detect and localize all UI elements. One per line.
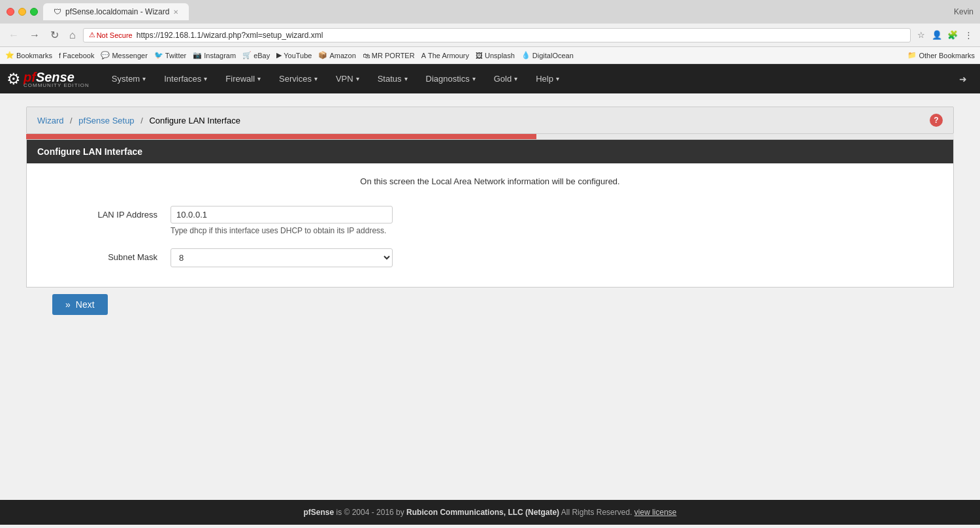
bookmark-label: MR PORTER [372, 52, 415, 59]
next-button[interactable]: » Next [52, 294, 108, 315]
nav-item-help[interactable]: Help ▾ [527, 66, 568, 91]
not-secure-label: Not Secure [97, 31, 133, 39]
home-button[interactable]: ⌂ [66, 28, 79, 42]
bookmark-messenger[interactable]: 💬 Messenger [101, 51, 147, 59]
ebay-icon: 🛒 [242, 51, 252, 59]
nav-item-system[interactable]: System ▾ [103, 66, 155, 91]
menu-icon[interactable]: ⋮ [962, 29, 975, 42]
browser-tab[interactable]: 🛡 pfSense.localdomain - Wizard ✕ [43, 3, 189, 20]
browser-toolbar: ← → ↻ ⌂ ⚠ Not Secure https://192.168.1.1… [0, 24, 980, 47]
maximize-button[interactable] [30, 8, 38, 16]
bookmark-label: Facebook [63, 52, 94, 59]
forward-button[interactable]: → [26, 28, 43, 42]
back-button[interactable]: ← [5, 28, 22, 42]
bookmark-unsplash[interactable]: 🖼 Unsplash [476, 52, 515, 59]
unsplash-icon: 🖼 [476, 52, 483, 59]
address-bar[interactable]: ⚠ Not Secure https://192.168.1.1/wizard.… [83, 28, 911, 42]
refresh-button[interactable]: ↻ [47, 27, 62, 42]
pfsense-logo: ⚙ pfSense COMMUNITY EDITION [7, 70, 90, 88]
nav-vpn-label: VPN [336, 74, 353, 84]
bookmark-label: Twitter [165, 52, 186, 59]
nav-firewall-label: Firewall [225, 74, 255, 84]
nav-item-interfaces[interactable]: Interfaces ▾ [155, 66, 216, 91]
nav-item-gold[interactable]: Gold ▾ [485, 66, 527, 91]
bookmark-digitalocean[interactable]: 💧 DigitalOcean [521, 51, 574, 59]
nav-shortcut-icon[interactable]: ➜ [953, 66, 973, 92]
nav-help-label: Help [536, 74, 553, 84]
facebook-icon: f [59, 52, 61, 59]
bookmark-instagram[interactable]: 📷 Instagram [193, 51, 236, 59]
nav-item-firewall[interactable]: Firewall ▾ [216, 66, 270, 91]
armoury-icon: A [421, 52, 426, 59]
bookmark-label: Messenger [112, 52, 147, 59]
lan-ip-input[interactable] [171, 206, 393, 223]
chevron-down-icon: ▾ [142, 75, 146, 82]
bookmarks-bar: ⭐ Bookmarks f Facebook 💬 Messenger 🐦 Twi… [0, 47, 980, 64]
bookmark-youtube[interactable]: ▶ YouTube [276, 51, 312, 59]
bookmark-label: DigitalOcean [532, 52, 574, 59]
subnet-mask-control: 32 31 30 29 28 27 26 25 24 23 [171, 248, 940, 267]
footer-rights: All Rights Reserved. [561, 508, 632, 517]
messenger-icon: 💬 [101, 51, 110, 59]
lan-ip-label: LAN IP Address [40, 206, 171, 220]
browser-user: Kevin [954, 7, 973, 16]
bookmark-armoury[interactable]: A The Armoury [421, 52, 469, 59]
subnet-mask-select[interactable]: 32 31 30 29 28 27 26 25 24 23 [171, 248, 393, 267]
profile-icon[interactable]: 👤 [930, 29, 943, 42]
pfsense-app: ⚙ pfSense COMMUNITY EDITION System ▾ Int… [0, 64, 980, 528]
instagram-icon: 📷 [193, 51, 202, 59]
breadcrumb-text: Wizard / pfSense Setup / Configure LAN I… [37, 116, 240, 125]
progress-bar-container [26, 134, 954, 139]
nav-item-status[interactable]: Status ▾ [368, 66, 417, 91]
extensions-icon[interactable]: 🧩 [946, 29, 959, 42]
youtube-icon: ▶ [276, 51, 282, 59]
bookmark-label: Instagram [204, 52, 236, 59]
chevron-down-icon: ▾ [514, 75, 517, 82]
subnet-mask-row: Subnet Mask 32 31 30 29 28 27 26 [27, 242, 953, 274]
browser-titlebar: 🛡 pfSense.localdomain - Wizard ✕ Kevin [0, 0, 980, 24]
tab-title: pfSense.localdomain - Wizard [65, 7, 169, 16]
browser-action-icons: ☆ 👤 🧩 ⋮ [915, 29, 975, 42]
help-button[interactable]: ? [930, 114, 943, 127]
bookmark-star-icon[interactable]: ☆ [915, 29, 928, 42]
nav-item-diagnostics[interactable]: Diagnostics ▾ [417, 66, 485, 91]
not-secure-indicator: ⚠ Not Secure [89, 31, 133, 39]
main-nav: ⚙ pfSense COMMUNITY EDITION System ▾ Int… [0, 64, 980, 93]
nav-gold-label: Gold [494, 74, 512, 84]
bookmark-label: eBay [253, 52, 270, 59]
breadcrumb-current: Configure LAN Interface [149, 116, 240, 125]
bookmark-other[interactable]: 📁 Other Bookmarks [907, 51, 975, 59]
bookmark-twitter[interactable]: 🐦 Twitter [154, 51, 186, 59]
bookmark-ebay[interactable]: 🛒 eBay [242, 51, 270, 59]
close-button[interactable] [7, 8, 14, 16]
nav-system-label: System [112, 74, 140, 84]
bookmark-label: Other Bookmarks [919, 52, 975, 59]
configure-lan-card: Configure LAN Interface On this screen t… [26, 139, 954, 288]
chevron-down-icon: ▾ [314, 75, 318, 82]
bookmark-bookmarks[interactable]: ⭐ Bookmarks [5, 51, 52, 59]
bookmark-label: The Armoury [428, 52, 469, 59]
bookmark-mrporter[interactable]: 🛍 MR PORTER [363, 52, 415, 59]
digitalocean-icon: 💧 [521, 51, 531, 59]
logo-edition: COMMUNITY EDITION [24, 82, 90, 88]
main-wrapper: Wizard / pfSense Setup / Configure LAN I… [0, 93, 980, 525]
form-description: On this screen the Local Area Network in… [27, 176, 953, 186]
bookmark-label: Bookmarks [16, 52, 52, 59]
minimize-button[interactable] [18, 8, 26, 16]
tab-close-icon[interactable]: ✕ [173, 8, 178, 16]
twitter-icon: 🐦 [154, 51, 163, 59]
breadcrumb-wizard: Wizard [37, 116, 63, 125]
tab-favicon: 🛡 [54, 7, 61, 16]
bookmark-facebook[interactable]: f Facebook [59, 52, 94, 59]
nav-item-vpn[interactable]: VPN ▾ [327, 66, 368, 91]
card-header-title: Configure LAN Interface [37, 146, 142, 157]
bookmark-label: YouTube [284, 52, 312, 59]
next-arrow-icon: » [65, 299, 71, 310]
bookmark-amazon[interactable]: 📦 Amazon [318, 51, 355, 59]
footer-license-link[interactable]: view license [634, 508, 677, 517]
chevron-down-icon: ▾ [204, 75, 207, 82]
folder-icon: 📁 [907, 51, 917, 59]
nav-item-services[interactable]: Services ▾ [270, 66, 327, 91]
card-header: Configure LAN Interface [27, 140, 953, 163]
chevron-down-icon: ▾ [257, 75, 261, 82]
